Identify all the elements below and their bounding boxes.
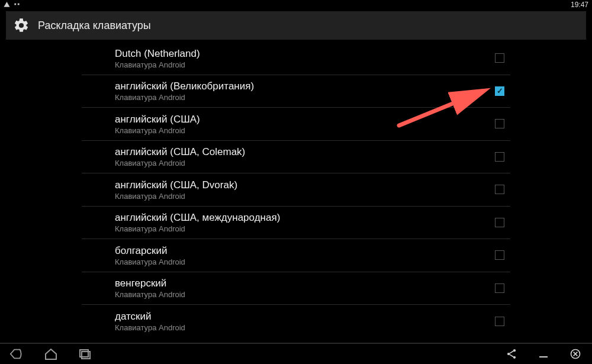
list-item-title: английский (США) bbox=[115, 113, 200, 125]
close-icon[interactable] bbox=[568, 347, 583, 361]
warning-icon bbox=[4, 1, 10, 9]
checkbox[interactable]: ✓ bbox=[495, 119, 504, 128]
list-item[interactable]: английский (США, Colemak) Клавиатура And… bbox=[82, 141, 510, 174]
navigation-bar bbox=[0, 343, 592, 364]
keyboard-layout-list: Dutch (Netherland) Клавиатура Android ✓ … bbox=[0, 42, 592, 338]
checkbox[interactable]: ✓ bbox=[495, 317, 504, 326]
list-item-title: английский (Великобритания) bbox=[115, 80, 254, 92]
page-header: Раскладка клавиатуры bbox=[6, 11, 586, 40]
checkbox[interactable]: ✓ bbox=[495, 152, 504, 162]
list-item-title: Dutch (Netherland) bbox=[115, 47, 200, 60]
recent-icon[interactable] bbox=[78, 347, 92, 361]
checkbox[interactable]: ✓ bbox=[495, 250, 504, 260]
list-item-title: датский bbox=[115, 310, 185, 323]
list-item-subtitle: Клавиатура Android bbox=[115, 93, 254, 102]
share-icon[interactable] bbox=[504, 347, 519, 361]
checkbox[interactable]: ✓ bbox=[495, 185, 504, 194]
list-item[interactable]: английский (США) Клавиатура Android ✓ bbox=[82, 108, 510, 141]
list-item-subtitle: Клавиатура Android bbox=[115, 60, 200, 69]
list-item[interactable]: Dutch (Netherland) Клавиатура Android ✓ bbox=[82, 42, 510, 75]
list-item-title: английский (США, Dvorak) bbox=[115, 179, 237, 191]
list-item[interactable]: болгарский Клавиатура Android ✓ bbox=[82, 239, 510, 272]
list-item-subtitle: Клавиатура Android bbox=[115, 159, 245, 167]
list-item-subtitle: Клавиатура Android bbox=[115, 323, 185, 332]
list-item-subtitle: Клавиатура Android bbox=[115, 290, 185, 299]
checkbox[interactable]: ✓ bbox=[495, 218, 504, 227]
list-item-subtitle: Клавиатура Android bbox=[115, 192, 237, 201]
page-title: Раскладка клавиатуры bbox=[38, 20, 151, 32]
checkbox[interactable]: ✓ bbox=[495, 53, 504, 63]
list-item-subtitle: Клавиатура Android bbox=[115, 224, 280, 233]
svg-rect-8 bbox=[539, 356, 548, 357]
gear-icon bbox=[13, 17, 30, 34]
svg-rect-1 bbox=[18, 3, 20, 5]
list-item[interactable]: английский (Великобритания) Клавиатура A… bbox=[82, 75, 510, 108]
list-item[interactable]: датский Клавиатура Android ✓ bbox=[82, 305, 510, 338]
list-item[interactable]: английский (США, международная) Клавиату… bbox=[82, 207, 510, 240]
check-icon: ✓ bbox=[497, 87, 503, 95]
app-indicator-icon bbox=[14, 1, 20, 9]
minimize-icon[interactable] bbox=[536, 347, 551, 361]
list-item-title: болгарский bbox=[115, 244, 185, 257]
list-item-title: английский (США, международная) bbox=[115, 211, 280, 224]
back-icon[interactable] bbox=[9, 347, 24, 361]
status-bar: 19:47 bbox=[0, 0, 592, 9]
list-item-subtitle: Клавиатура Android bbox=[115, 126, 200, 135]
list-item-title: венгерский bbox=[115, 277, 185, 289]
list-item[interactable]: венгерский Клавиатура Android ✓ bbox=[82, 272, 510, 305]
clock: 19:47 bbox=[571, 1, 588, 9]
checkbox[interactable]: ✓ bbox=[495, 284, 504, 293]
list-item[interactable]: английский (США, Dvorak) Клавиатура Andr… bbox=[82, 173, 510, 207]
list-item-title: английский (США, Colemak) bbox=[115, 146, 245, 158]
list-item-subtitle: Клавиатура Android bbox=[115, 257, 185, 266]
home-icon[interactable] bbox=[44, 347, 58, 361]
checkbox[interactable]: ✓ bbox=[495, 86, 504, 96]
svg-rect-0 bbox=[14, 3, 16, 5]
